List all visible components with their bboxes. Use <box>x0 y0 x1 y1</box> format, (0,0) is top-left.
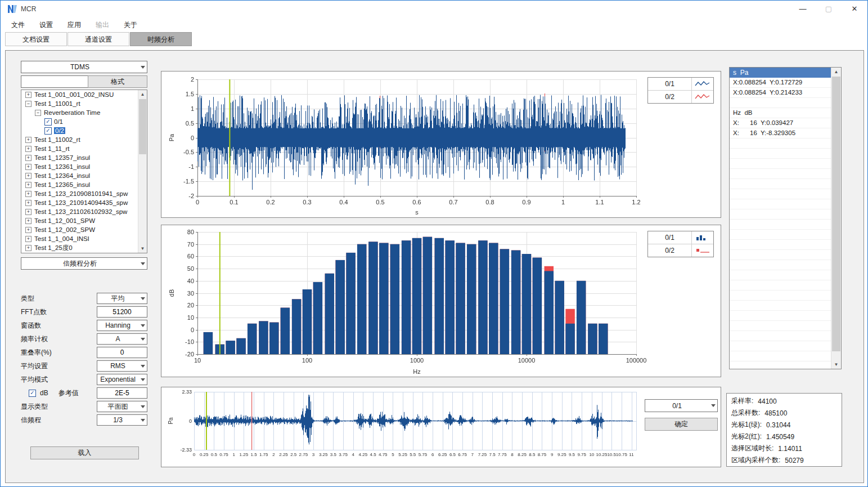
scroll-up-icon[interactable]: ▲ <box>138 90 147 99</box>
readout-row[interactable]: X: 16 Y:0.039427 <box>730 118 831 128</box>
octave-select[interactable]: 1/3 <box>97 414 147 426</box>
tree-scrollbar-thumb[interactable] <box>139 99 146 154</box>
readout-scrollbar-thumb[interactable] <box>832 77 840 351</box>
expand-icon[interactable]: + <box>25 236 32 242</box>
expand-icon[interactable]: + <box>25 173 32 179</box>
tree-item-label[interactable]: Test 1_123_210914094435_spw <box>34 199 128 206</box>
waveform-chart[interactable] <box>161 72 721 217</box>
readout-row[interactable] <box>730 270 831 280</box>
scroll-up-icon[interactable]: ▲ <box>831 68 841 76</box>
tree-item-label[interactable]: Test 1_25度0 <box>34 244 73 252</box>
readout-row[interactable] <box>730 260 831 270</box>
readout-row[interactable] <box>730 98 831 108</box>
spectrum-chart[interactable] <box>161 225 721 377</box>
tab-2[interactable]: 时频分析 <box>130 32 192 46</box>
readout-row[interactable] <box>730 209 831 220</box>
tree-item-label[interactable]: Test 1_12364_insul <box>34 172 90 179</box>
readout-row[interactable] <box>730 199 831 209</box>
tree-item-label[interactable]: 0/2 <box>54 127 65 134</box>
average-mode-select[interactable]: Exponential <box>97 374 147 385</box>
tree-item-label[interactable]: Test 1_12365_insul <box>34 181 90 188</box>
menu-item-0[interactable]: 文件 <box>4 17 32 32</box>
tree-item-label[interactable]: Test 1_123_211026102932_spw <box>34 208 127 215</box>
readout-row[interactable] <box>730 149 831 159</box>
channel-checkbox[interactable]: ✓ <box>44 118 52 126</box>
readout-row[interactable]: X:0.088254 Y:0.172729 <box>730 78 831 88</box>
file-filter-input[interactable] <box>21 75 88 88</box>
readout-row[interactable] <box>730 220 831 230</box>
readout-row[interactable] <box>730 179 831 189</box>
load-button[interactable]: 载入 <box>30 446 139 459</box>
collapse-icon[interactable]: − <box>35 110 41 116</box>
tree-item-label[interactable]: Test 1_12357_insul <box>34 154 90 161</box>
tree-item-label[interactable]: Test 1_12_001_SPW <box>34 217 95 224</box>
maximize-icon[interactable]: ▢ <box>816 1 842 17</box>
readout-row[interactable] <box>730 189 831 199</box>
tree-item-label[interactable]: Test 1_001_001_002_INSU <box>34 91 114 98</box>
readout-row[interactable] <box>730 301 831 311</box>
overlap-percent-input[interactable] <box>97 347 147 358</box>
readout-row[interactable] <box>730 291 831 301</box>
readout-row[interactable] <box>730 321 831 331</box>
scroll-down-icon[interactable]: ▼ <box>138 244 147 253</box>
close-icon[interactable]: ✕ <box>842 1 867 17</box>
expand-icon[interactable]: + <box>25 137 32 143</box>
readout-row[interactable] <box>730 280 831 291</box>
expand-icon[interactable]: + <box>25 164 32 170</box>
readout-row[interactable] <box>730 250 831 260</box>
expand-icon[interactable]: + <box>25 92 32 98</box>
tree-item-label[interactable]: Test 1_123_210908101941_spw <box>34 190 128 197</box>
readout-row[interactable] <box>730 159 831 169</box>
readout-row[interactable] <box>730 331 831 341</box>
db-reference-input[interactable] <box>97 387 147 399</box>
minimize-icon[interactable]: — <box>790 1 816 17</box>
frequency-weighting-select[interactable]: A <box>97 333 147 345</box>
expand-icon[interactable]: + <box>25 191 32 197</box>
confirm-button[interactable]: 确定 <box>645 418 718 431</box>
tree-item-label[interactable]: Test 1_11002_rt <box>34 136 80 143</box>
expand-icon[interactable]: + <box>25 155 32 161</box>
file-format-select[interactable]: TDMS <box>21 61 147 73</box>
menu-item-2[interactable]: 应用 <box>60 17 88 32</box>
channel-select[interactable]: 0/1 <box>645 399 718 412</box>
expand-icon[interactable]: + <box>25 182 32 188</box>
tree-item-label[interactable]: 0/1 <box>54 118 63 125</box>
tab-1[interactable]: 通道设置 <box>68 32 129 46</box>
readout-row[interactable] <box>730 240 831 250</box>
tab-0[interactable]: 文档设置 <box>5 32 67 46</box>
fft-points-input[interactable] <box>97 306 147 318</box>
readout-row[interactable] <box>730 311 831 321</box>
type-select[interactable]: 平均 <box>97 293 147 304</box>
readout-scrollbar[interactable]: ▲ ▼ <box>831 68 841 369</box>
window-function-select[interactable]: Hanning <box>97 320 147 331</box>
menu-item-1[interactable]: 设置 <box>32 17 60 32</box>
expand-icon[interactable]: + <box>25 146 32 152</box>
menu-item-4[interactable]: 关于 <box>116 17 145 32</box>
collapse-icon[interactable]: − <box>25 101 32 107</box>
tree-item-label[interactable]: Test 1_12_002_SPW <box>34 226 95 233</box>
readout-row[interactable] <box>730 169 831 179</box>
tree-item-label[interactable]: Reverberation Time <box>44 109 100 116</box>
display-type-select[interactable]: 平面图 <box>97 401 147 412</box>
readout-row[interactable] <box>730 138 831 149</box>
tree-item-label[interactable]: Test 1_11001_rt <box>34 100 80 107</box>
readout-row[interactable]: Hz dB <box>730 108 831 118</box>
expand-icon[interactable]: + <box>25 245 32 251</box>
readout-row[interactable]: X: 16 Y:-8.329305 <box>730 128 831 138</box>
expand-icon[interactable]: + <box>25 209 32 215</box>
readout-row[interactable] <box>730 361 831 369</box>
scroll-down-icon[interactable]: ▼ <box>831 360 841 369</box>
format-button[interactable]: 格式 <box>88 75 147 88</box>
tree-item-label[interactable]: Test 1_12361_insul <box>34 163 90 170</box>
readout-row[interactable] <box>730 351 831 361</box>
overview-chart[interactable] <box>161 387 721 467</box>
tree-item-label[interactable]: Test 1_1_004_INSI <box>34 235 89 242</box>
db-reference-checkbox[interactable]: ✓ <box>29 390 36 397</box>
readout-row[interactable] <box>730 341 831 351</box>
readout-row[interactable]: X:0.088254 Y:0.214233 <box>730 88 831 98</box>
tree-item-label[interactable]: Test 1_11_rt <box>34 145 69 152</box>
readout-row[interactable] <box>730 230 831 240</box>
readout-header-row[interactable]: s Pa <box>730 68 831 78</box>
channel-checkbox[interactable]: ✓ <box>44 127 52 135</box>
analysis-mode-select[interactable]: 倍频程分析 <box>21 257 147 270</box>
